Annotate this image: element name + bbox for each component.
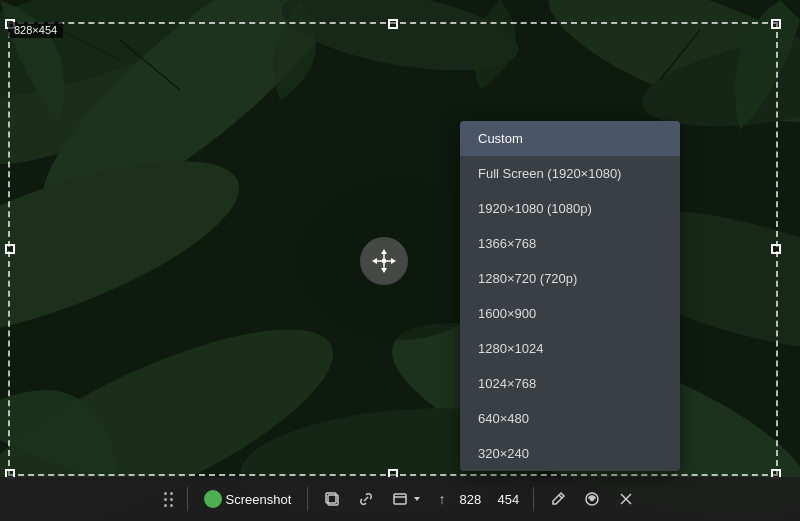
svg-marker-18 bbox=[372, 258, 377, 264]
dropdown-item-320x240[interactable]: 320×240 bbox=[460, 436, 680, 471]
pencil-icon bbox=[550, 491, 566, 507]
svg-line-28 bbox=[559, 495, 562, 498]
separator-3 bbox=[533, 487, 534, 511]
separator-2 bbox=[307, 487, 308, 511]
svg-marker-27 bbox=[414, 497, 420, 501]
dropdown-item-1024x768[interactable]: 1024×768 bbox=[460, 366, 680, 401]
link-icon bbox=[358, 491, 374, 507]
copy-icon bbox=[324, 491, 340, 507]
dropdown-item-1600x900[interactable]: 1600×900 bbox=[460, 296, 680, 331]
pencil-button[interactable] bbox=[544, 487, 572, 511]
cursor-indicator: ↑ bbox=[434, 487, 449, 511]
dimension-label: 828×454 bbox=[8, 22, 63, 38]
dropdown-item-fullscreen[interactable]: Full Screen (1920×1080) bbox=[460, 156, 680, 191]
resize-icon bbox=[392, 491, 408, 507]
dropdown-item-640x480[interactable]: 640×480 bbox=[460, 401, 680, 436]
copy-button[interactable] bbox=[318, 487, 346, 511]
app-icon bbox=[204, 490, 222, 508]
app-label: Screenshot bbox=[198, 486, 298, 512]
dropdown-item-1280x1024[interactable]: 1280×1024 bbox=[460, 331, 680, 366]
svg-point-30 bbox=[591, 498, 594, 501]
dropdown-item-1080p[interactable]: 1920×1080 (1080p) bbox=[460, 191, 680, 226]
width-value[interactable]: 828 bbox=[455, 492, 485, 507]
dropdown-item-1366x768[interactable]: 1366×768 bbox=[460, 226, 680, 261]
close-button[interactable] bbox=[612, 485, 640, 513]
link-button[interactable] bbox=[352, 487, 380, 511]
move-icon bbox=[370, 247, 398, 275]
dropdown-item-720p[interactable]: 1280×720 (720p) bbox=[460, 261, 680, 296]
eyedropper-button[interactable] bbox=[578, 487, 606, 511]
height-value[interactable]: 454 bbox=[493, 492, 523, 507]
svg-marker-17 bbox=[381, 268, 387, 273]
grid-dots-icon[interactable] bbox=[160, 488, 177, 511]
dropdown-item-custom[interactable]: Custom bbox=[460, 121, 680, 156]
move-handle[interactable] bbox=[360, 237, 408, 285]
svg-marker-16 bbox=[381, 249, 387, 254]
app-name-label: Screenshot bbox=[226, 492, 292, 507]
chevron-down-icon bbox=[412, 494, 422, 504]
resolution-dropdown[interactable]: Custom Full Screen (1920×1080) 1920×1080… bbox=[460, 121, 680, 471]
svg-rect-25 bbox=[394, 494, 406, 504]
eyedropper-icon bbox=[584, 491, 600, 507]
bottom-toolbar: Screenshot ↑ 828 454 bbox=[0, 477, 800, 521]
resolution-button[interactable] bbox=[386, 487, 428, 511]
dimension-inputs[interactable]: 828 454 bbox=[455, 492, 523, 507]
close-icon bbox=[620, 493, 632, 505]
svg-marker-19 bbox=[391, 258, 396, 264]
separator-1 bbox=[187, 487, 188, 511]
